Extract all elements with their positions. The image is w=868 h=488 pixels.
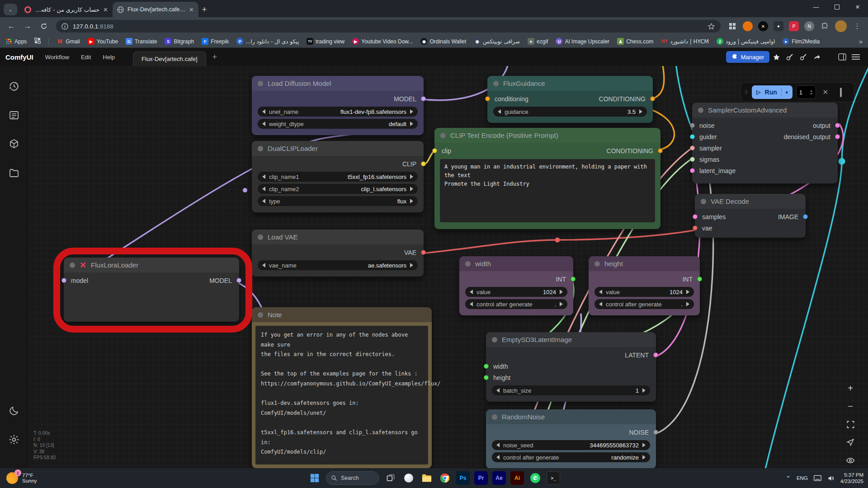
window-maximize-button[interactable]: [826, 0, 847, 14]
samples-input-slot[interactable]: [693, 214, 698, 219]
bookmark-bitgraph[interactable]: SBitgraph: [165, 38, 194, 45]
widget-control-after-generate[interactable]: control after generaterandomize: [492, 452, 650, 462]
note-text[interactable]: If you get an error in any of the nodes …: [255, 326, 428, 465]
bookmark-freepik[interactable]: FFreepik: [202, 38, 229, 45]
tab2-close-icon[interactable]: ✕: [189, 6, 194, 13]
collapse-dot[interactable]: [701, 199, 706, 204]
node-library-icon[interactable]: [5, 105, 23, 126]
chrome-icon[interactable]: [438, 471, 452, 485]
widget-value[interactable]: value1024: [594, 287, 694, 297]
zoom-out-icon[interactable]: −: [844, 400, 856, 412]
extension-p-icon[interactable]: P: [789, 21, 799, 31]
node-height[interactable]: height INT value1024 control after gener…: [589, 256, 700, 315]
workflows-folder-icon[interactable]: [5, 163, 23, 183]
extension-x-icon[interactable]: ✕: [758, 21, 768, 31]
bookmark-ordinals[interactable]: ◉Ordinals Wallet: [420, 38, 466, 45]
node-width[interactable]: width INT value1024 control after genera…: [459, 256, 573, 315]
illustrator-icon[interactable]: Ai: [510, 471, 524, 485]
photoshop-icon[interactable]: Ps: [456, 471, 470, 485]
bookmark-apps[interactable]: Apps: [5, 38, 27, 45]
file-explorer-icon[interactable]: [420, 471, 434, 485]
extension-orange-icon[interactable]: [743, 21, 753, 31]
bookmark-tradingview[interactable]: TVtrading view: [307, 38, 344, 45]
clear-queue-button[interactable]: ✕: [820, 88, 831, 96]
node-note[interactable]: Note If you get an error in any of the n…: [252, 307, 432, 468]
node-dual-clip-loader[interactable]: DualCLIPLoader CLIP clip_name1t5xxl_fp16…: [252, 141, 424, 212]
bookmark-picodl[interactable]: Pپیکو دی ال - دانلود را...: [236, 38, 299, 45]
image-output-slot[interactable]: [803, 214, 808, 219]
address-bar[interactable]: 127.0.0.1:8188: [56, 20, 721, 33]
history-icon[interactable]: [5, 76, 23, 97]
widget-vae-name[interactable]: vae_nameae.safetensors: [258, 260, 418, 270]
manager-button[interactable]: Manager: [726, 51, 769, 63]
run-options-chevron-icon[interactable]: ▾: [786, 90, 788, 95]
node-header[interactable]: height: [589, 256, 700, 271]
bookmark-grid-only[interactable]: [34, 38, 41, 45]
widget-clip-name2[interactable]: clip_name2clip_l.safetensors: [258, 184, 418, 194]
browser-tab-1[interactable]: حساب کاربری من - کافه آرتک ✕: [20, 2, 113, 17]
widget-unet-name[interactable]: unet_nameflux1-dev-fp8.safetensors: [258, 107, 418, 117]
node-header[interactable]: VAE Decode: [695, 194, 806, 209]
node-header[interactable]: SamplerCustomAdvanced: [692, 103, 838, 117]
comfyui-logo[interactable]: ComfyUI: [5, 53, 33, 61]
whatsapp-icon[interactable]: ✆: [528, 471, 542, 485]
drag-handle[interactable]: ⠿: [745, 91, 748, 94]
count-stepper[interactable]: ▲▼: [810, 89, 813, 95]
noise-output-slot[interactable]: [653, 430, 658, 435]
collapse-dot[interactable]: [258, 146, 263, 151]
bookmark-film2media[interactable]: ▸Film2Media: [783, 38, 820, 45]
fit-view-icon[interactable]: [844, 418, 856, 430]
collapse-dot[interactable]: [70, 263, 75, 268]
clip-output-slot[interactable]: [421, 161, 426, 166]
node-header[interactable]: width: [459, 256, 573, 271]
vae-input-slot[interactable]: [693, 225, 698, 230]
hamburger-menu-icon[interactable]: [849, 51, 863, 63]
tray-chevron-up-icon[interactable]: ⌃: [786, 475, 791, 482]
denoised-output-slot[interactable]: [835, 134, 840, 139]
extensions-puzzle-icon[interactable]: [820, 21, 830, 31]
menu-edit[interactable]: Edit: [81, 54, 91, 61]
collapse-dot[interactable]: [440, 133, 446, 138]
node-header[interactable]: FluxGuidance: [487, 76, 653, 91]
collapse-dot[interactable]: [492, 414, 497, 420]
height-input-slot[interactable]: [484, 375, 489, 380]
forward-icon[interactable]: →: [21, 19, 34, 33]
node-flux-guidance[interactable]: FluxGuidance conditioningCONDITIONING gu…: [487, 76, 653, 123]
node-graph-canvas[interactable]: Load Diffusion Model MODEL unet_nameflux…: [0, 66, 868, 468]
circle-app-icon[interactable]: [402, 471, 415, 485]
node-load-vae[interactable]: Load VAE VAE vae_nameae.safetensors: [252, 230, 424, 277]
widget-batch-size[interactable]: batch_size1: [492, 385, 650, 395]
node-header[interactable]: Load Diffusion Model: [252, 76, 424, 91]
browser-tab-2[interactable]: Flux-Dev[artech.cafe] - ComfyUI ✕: [113, 2, 198, 17]
collapse-dot[interactable]: [258, 81, 263, 86]
model-input-slot[interactable]: [61, 278, 66, 283]
widget-guidance[interactable]: guidance3.5: [493, 107, 647, 117]
terminal-icon[interactable]: >_: [547, 471, 560, 485]
weather-widget[interactable]: 1 77°FSunny: [6, 472, 37, 484]
model-output-slot[interactable]: [236, 278, 241, 283]
extension-dark-icon[interactable]: ✦: [774, 21, 783, 31]
node-clip-text-encode[interactable]: CLIP Text Encode (Positive Prompt) clipC…: [434, 128, 660, 229]
latent-image-input-slot[interactable]: [690, 168, 695, 173]
bookmark-chess[interactable]: ♟Chess.com: [617, 38, 653, 45]
workflow-tab[interactable]: Flux-Dev[artech.cafe]: [133, 52, 206, 66]
bookmark-ezgif[interactable]: eezgif: [528, 38, 548, 45]
stop-button[interactable]: [835, 89, 847, 96]
clip-input-slot[interactable]: [432, 148, 437, 153]
taskbar-clock[interactable]: 5:37 PM 4/23/2025: [840, 472, 863, 484]
task-view-icon[interactable]: [384, 471, 397, 485]
theme-moon-icon[interactable]: [5, 400, 23, 421]
bookmark-phoenix[interactable]: 2اوامپی فینیکس | ورود: [717, 38, 775, 45]
collapse-dot[interactable]: [258, 235, 263, 240]
bookmark-nobitex[interactable]: ◍صرافی نوبیتکس: [474, 38, 520, 45]
toggle-links-eye-icon[interactable]: [844, 455, 856, 466]
start-button[interactable]: [308, 471, 321, 485]
share-arrow-icon[interactable]: [810, 51, 824, 63]
profile-avatar[interactable]: [835, 20, 847, 32]
sampler-input-slot[interactable]: [690, 145, 695, 150]
tab-search-chevron-icon[interactable]: ⌄: [4, 4, 17, 15]
output-slot[interactable]: [835, 123, 840, 128]
node-vae-decode[interactable]: VAE Decode samplesIMAGE vae: [695, 194, 806, 238]
batch-count-input[interactable]: 1 ▲▼: [796, 85, 816, 99]
bookmark-ai-upscaler[interactable]: UAI Image Upscaler: [556, 38, 609, 45]
